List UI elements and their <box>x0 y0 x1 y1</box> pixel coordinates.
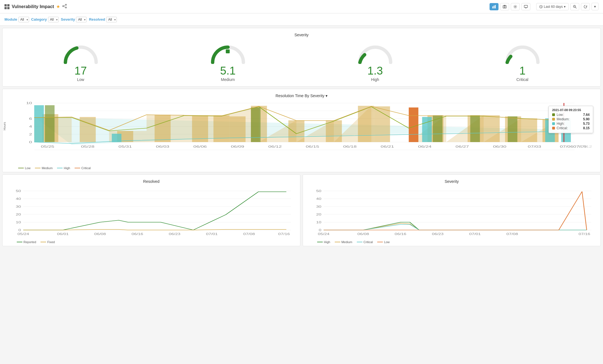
svg-text:20: 20 <box>316 213 321 216</box>
legend-sev-high-line <box>317 242 323 242</box>
svg-point-11 <box>515 6 516 7</box>
page-title: Vulnerability Impact <box>12 4 54 9</box>
tooltip-high-row: High: 5.73 <box>552 122 590 126</box>
svg-rect-10 <box>504 5 505 6</box>
top-bar: Vulnerability Impact ★ <box>0 0 603 13</box>
svg-text:06/01: 06/01 <box>57 233 69 236</box>
svg-text:05/28: 05/28 <box>81 145 94 148</box>
svg-text:50: 50 <box>316 190 321 193</box>
svg-text:06/24: 06/24 <box>418 145 432 148</box>
severity-panel-title: Severity <box>7 33 596 37</box>
svg-text:06/21: 06/21 <box>381 145 394 148</box>
gauge-low-label: Low <box>77 77 84 82</box>
svg-text:40: 40 <box>16 197 21 200</box>
resolved-chart-container: 50 40 30 20 10 0 05/24 06/01 06/08 06/16… <box>7 188 296 239</box>
svg-text:6: 6 <box>29 117 32 120</box>
svg-rect-12 <box>524 5 528 8</box>
resolved-filter-label: Resolved <box>89 17 105 21</box>
svg-text:50: 50 <box>16 190 21 193</box>
svg-text:06/18: 06/18 <box>343 145 357 148</box>
svg-text:07/08: 07/08 <box>506 233 518 236</box>
gauge-critical-value: 1 <box>519 65 525 76</box>
gauge-low: 17 Low <box>7 42 154 82</box>
legend-sev-medium-line <box>335 242 340 242</box>
svg-text:0: 0 <box>18 229 21 232</box>
time-range-button[interactable]: Last 60 days ▾ <box>536 3 569 10</box>
resolution-chart-container: Hours 10 6 4 2 0 <box>7 100 596 165</box>
module-filter-select[interactable]: All <box>18 17 29 22</box>
svg-text:06/30: 06/30 <box>493 145 506 148</box>
gauge-high: 1.3 High <box>301 42 449 82</box>
gauges-row: 17 Low 5.1 Medium <box>7 42 596 82</box>
category-filter-label: Category <box>31 17 47 21</box>
legend-sev-low-line <box>377 242 383 242</box>
svg-text:0: 0 <box>319 229 322 232</box>
time-range-chevron: ▾ <box>564 5 566 9</box>
svg-text:05/24: 05/24 <box>17 233 29 236</box>
legend-sev-medium-label: Medium <box>341 240 352 244</box>
svg-rect-56 <box>508 116 517 142</box>
resolution-chart-svg: 10 6 4 2 0 <box>18 100 596 164</box>
tooltip-critical-val: 8.15 <box>583 126 590 130</box>
star-icon[interactable]: ★ <box>56 4 60 9</box>
module-filter[interactable]: Module All <box>4 17 29 22</box>
category-filter-wrapper[interactable]: All <box>48 17 59 22</box>
svg-rect-6 <box>493 6 494 8</box>
legend-sev-critical: Critical <box>357 240 373 244</box>
svg-point-2 <box>63 6 64 7</box>
tooltip-medium-val: 5.90 <box>583 117 590 121</box>
legend-reported-label: Reported <box>23 240 36 244</box>
svg-rect-19 <box>226 49 230 53</box>
severity-filter-select[interactable]: All <box>76 17 87 22</box>
severity-filter-wrapper[interactable]: All <box>76 17 87 22</box>
legend-sev-high: High <box>317 240 330 244</box>
resolution-chart-title-row: Resolution Time By Severity ▾ <box>7 94 596 98</box>
more-button[interactable]: ▾ <box>592 3 599 10</box>
category-filter-select[interactable]: All <box>48 17 59 22</box>
svg-rect-54 <box>433 115 442 142</box>
gauge-high-svg <box>356 42 395 64</box>
time-range-label: Last 60 days <box>544 5 563 9</box>
resolved-filter-wrapper[interactable]: All <box>106 17 117 22</box>
tooltip-low-key: Low: <box>557 113 564 117</box>
svg-point-0 <box>65 4 67 5</box>
gauge-critical-label: Critical <box>516 77 528 82</box>
tooltip-low-dot <box>552 113 555 116</box>
legend-sev-medium: Medium <box>335 240 352 244</box>
category-filter[interactable]: Category All <box>31 17 59 22</box>
svg-rect-44 <box>374 106 390 142</box>
module-filter-wrapper[interactable]: All <box>18 17 29 22</box>
svg-text:06/03: 06/03 <box>156 145 169 148</box>
resolved-filter-select[interactable]: All <box>106 17 117 22</box>
legend-sev-low-label: Low <box>384 240 390 244</box>
svg-text:07/03: 07/03 <box>528 145 541 148</box>
svg-rect-7 <box>495 5 496 8</box>
zoom-button[interactable] <box>570 3 579 10</box>
tooltip-critical-dot <box>552 127 555 130</box>
share-icon[interactable] <box>62 4 67 9</box>
svg-text:07/16: 07/16 <box>579 233 590 236</box>
severity-bottom-container: 50 40 30 20 10 0 05/24 06/ <box>307 188 596 239</box>
resolved-chart-title: Resolved <box>7 179 296 184</box>
app-icon <box>4 4 10 9</box>
tooltip-critical-row: Critical: 8.15 <box>552 126 590 130</box>
tooltip-critical-key: Critical: <box>557 126 568 130</box>
legend-fixed-line <box>41 242 46 242</box>
bottom-row: Resolved 50 40 30 20 10 0 <box>2 174 601 246</box>
chart-view-button[interactable] <box>490 3 498 10</box>
legend-sev-low: Low <box>377 240 390 244</box>
monitor-button[interactable] <box>521 3 530 10</box>
camera-button[interactable] <box>500 3 509 10</box>
severity-filter[interactable]: Severity All <box>61 17 87 22</box>
gauge-medium: 5.1 Medium <box>154 42 301 82</box>
resolved-legend: Reported Fixed <box>7 240 296 244</box>
settings-button[interactable] <box>511 3 520 10</box>
svg-line-3 <box>64 5 65 6</box>
refresh-button[interactable] <box>581 3 590 10</box>
svg-text:06/08: 06/08 <box>94 233 106 236</box>
severity-bottom-panel: Severity 50 40 30 20 10 0 <box>303 174 601 246</box>
resolution-chart-title-button[interactable]: Resolution Time By Severity ▾ <box>276 94 327 98</box>
legend-high-label: High <box>64 166 70 170</box>
svg-text:2: 2 <box>29 133 32 136</box>
resolved-filter[interactable]: Resolved All <box>89 17 117 22</box>
